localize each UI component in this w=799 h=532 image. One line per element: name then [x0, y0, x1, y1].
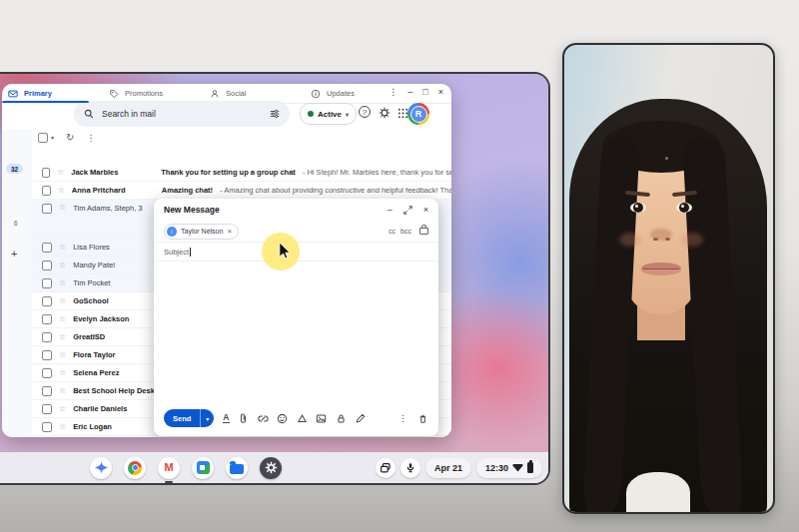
compose-minimize-icon[interactable]: –: [388, 205, 393, 215]
row-checkbox[interactable]: [42, 386, 52, 396]
search-placeholder: Search in mail: [102, 109, 262, 119]
star-icon[interactable]: ☆: [59, 262, 66, 269]
subject-placeholder: Subject: [164, 248, 189, 257]
recipient-chip[interactable]: i Taylor Nelson ×: [164, 224, 239, 240]
window-minimize-icon[interactable]: –: [407, 88, 412, 97]
tab-promotions[interactable]: Promotions: [103, 84, 204, 103]
email-row[interactable]: ☆Best School Dance TroupeN: [32, 436, 451, 437]
status-area[interactable]: 12:30: [476, 458, 542, 478]
window-close-icon[interactable]: ×: [438, 88, 443, 97]
insert-from-drive-icon[interactable]: [297, 413, 308, 424]
star-icon[interactable]: ☆: [59, 244, 66, 252]
chrome-app-icon[interactable]: [124, 457, 146, 479]
row-checkbox[interactable]: [42, 168, 50, 178]
add-label-button[interactable]: +: [11, 248, 17, 260]
tab-primary[interactable]: Primary: [2, 84, 103, 103]
email-row[interactable]: ☆Anna PritchardAmazing chat!- Amazing ch…: [32, 182, 451, 200]
row-checkbox[interactable]: [42, 332, 52, 342]
help-icon[interactable]: ?: [359, 106, 371, 118]
attach-files-icon[interactable]: [238, 413, 249, 424]
date-pill[interactable]: Apr 21: [425, 458, 471, 478]
meet-app-icon[interactable]: [192, 457, 214, 479]
row-checkbox[interactable]: [42, 404, 52, 414]
send-button[interactable]: Send ▾: [164, 409, 214, 427]
row-checkbox[interactable]: [42, 314, 52, 324]
star-icon[interactable]: ☆: [59, 333, 66, 341]
star-icon[interactable]: ☆: [59, 405, 66, 413]
discard-draft-icon[interactable]: [417, 413, 428, 424]
star-icon[interactable]: ☆: [57, 169, 64, 177]
date-label: Apr 21: [434, 463, 462, 473]
email-subject: Amazing chat!: [162, 186, 213, 195]
presenter-shirt: [626, 472, 690, 514]
more-options-icon[interactable]: ⋮: [399, 413, 407, 423]
inbox-count-badge[interactable]: 32: [6, 164, 23, 174]
more-vertical-icon[interactable]: ⋮: [86, 133, 95, 143]
row-checkbox[interactable]: [42, 422, 52, 432]
text-cursor: [190, 248, 191, 257]
row-checkbox[interactable]: [42, 204, 52, 214]
row-checkbox[interactable]: [42, 368, 52, 378]
star-icon[interactable]: ☆: [58, 187, 65, 195]
compose-header[interactable]: New Message – ×: [154, 199, 438, 221]
row-checkbox[interactable]: [42, 186, 51, 196]
row-checkbox[interactable]: [42, 261, 52, 270]
star-icon[interactable]: ☆: [59, 387, 66, 395]
microphone-button[interactable]: [400, 458, 420, 478]
compose-close-icon[interactable]: ×: [423, 205, 428, 215]
cc-button[interactable]: cc: [389, 228, 396, 235]
email-sender: Tim Pocket: [73, 278, 156, 287]
email-row[interactable]: ☆Jack MarblesThank you for setting up a …: [32, 164, 451, 182]
row-checkbox[interactable]: [42, 278, 52, 288]
files-app-icon[interactable]: [226, 457, 248, 479]
select-all-checkbox[interactable]: ▾: [38, 133, 54, 143]
window-maximize-icon[interactable]: □: [422, 88, 427, 97]
star-icon[interactable]: ☆: [59, 315, 66, 323]
confidential-mode-icon[interactable]: [336, 413, 347, 424]
status-chip[interactable]: Active ▾: [300, 103, 357, 125]
star-icon[interactable]: ☆: [59, 369, 66, 377]
email-sender: Evelyn Jackson: [73, 314, 156, 323]
search-options-icon[interactable]: [270, 109, 280, 119]
video-frame: ⋮ – □ × Search in mail Active ▾ ?: [0, 0, 799, 532]
battery-icon: [527, 462, 533, 473]
search-input[interactable]: Search in mail: [74, 101, 290, 127]
settings-app-icon[interactable]: [260, 457, 282, 479]
tab-updates[interactable]: Updates: [305, 84, 405, 103]
settings-gear-icon[interactable]: [378, 106, 392, 120]
chevron-down-icon: ▾: [51, 134, 54, 141]
compose-expand-icon[interactable]: [403, 206, 412, 215]
formatting-options-icon[interactable]: A: [223, 413, 229, 423]
insert-link-icon[interactable]: [258, 413, 269, 424]
row-checkbox[interactable]: [42, 296, 52, 306]
tab-social[interactable]: Social: [204, 84, 305, 103]
active-status-dot: [308, 111, 314, 117]
star-icon[interactable]: ☆: [59, 204, 66, 212]
row-checkbox[interactable]: [42, 243, 52, 253]
star-icon[interactable]: ☆: [59, 297, 66, 305]
compose-body[interactable]: [154, 261, 438, 404]
email-sender: GoSchool: [73, 296, 156, 305]
status-label: Active: [318, 110, 342, 119]
insert-signature-icon[interactable]: [355, 413, 366, 424]
star-icon[interactable]: ☆: [59, 351, 66, 359]
insert-photo-icon[interactable]: [316, 413, 327, 424]
star-icon[interactable]: ☆: [59, 423, 66, 431]
launcher-button[interactable]: [90, 457, 112, 479]
shelf-apps: M: [90, 457, 282, 479]
screen-capture-button[interactable]: [376, 458, 396, 478]
refresh-icon[interactable]: ↻: [66, 132, 74, 143]
send-options-caret-icon[interactable]: ▾: [201, 415, 214, 422]
system-tray: Apr 21 12:30: [376, 458, 542, 478]
profile-avatar[interactable]: R: [407, 103, 429, 125]
recipients-field[interactable]: i Taylor Nelson × cc bcc: [154, 221, 438, 243]
email-sender: Jack Marbles: [71, 168, 154, 177]
email-sender: GreatISD: [73, 332, 156, 341]
gmail-app-icon[interactable]: M: [158, 457, 180, 479]
row-checkbox[interactable]: [42, 350, 52, 360]
star-icon[interactable]: ☆: [59, 279, 66, 287]
presenter-webcam: [562, 43, 775, 514]
insert-emoji-icon[interactable]: [277, 413, 288, 424]
bcc-button[interactable]: bcc: [400, 228, 411, 235]
remove-recipient-icon[interactable]: ×: [227, 227, 232, 236]
